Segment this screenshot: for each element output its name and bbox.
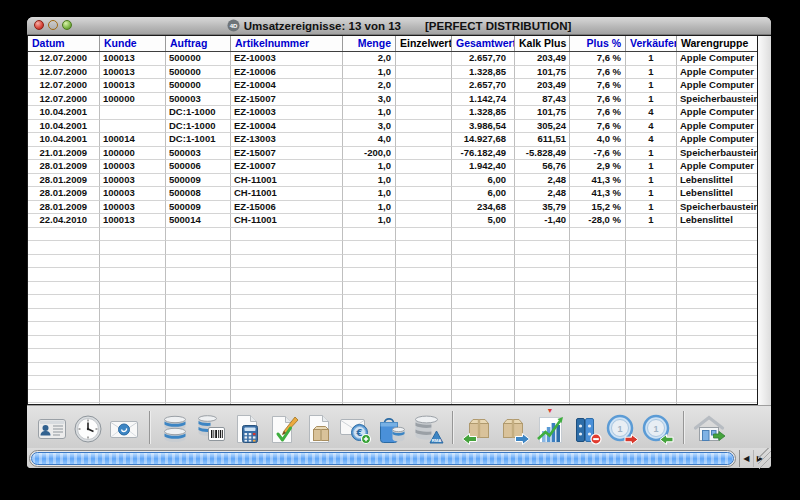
cell-kalk-plus: 101,75	[515, 106, 570, 120]
cell-artikelnummer	[231, 349, 343, 363]
table-row-empty[interactable]	[28, 255, 757, 269]
cell-datum: 28.01.2009	[28, 160, 100, 174]
database-rma-icon[interactable]: RMA	[409, 408, 445, 446]
minimize-button[interactable]	[48, 20, 58, 30]
table-row-empty[interactable]	[28, 349, 757, 363]
cell-verkaeufer	[626, 376, 677, 390]
clock-icon[interactable]	[70, 408, 106, 446]
database-icon[interactable]	[157, 408, 193, 446]
table-row-5[interactable]: 10.04.2001DC:1-1000EZ-100031,01.328,8510…	[28, 106, 757, 120]
column-header-plus-prozent[interactable]: Plus %	[570, 36, 626, 51]
cell-einzelwert	[396, 79, 452, 93]
column-header-datum[interactable]: Datum	[28, 36, 100, 51]
coin-arrow-out-icon[interactable]: 1	[604, 408, 640, 446]
table-row-empty[interactable]	[28, 390, 757, 404]
cell-menge: 1,0	[343, 106, 396, 120]
table-row-9[interactable]: 28.01.2009100003500006EZ-100071,01.942,4…	[28, 160, 757, 174]
cell-plus-prozent	[570, 349, 626, 363]
cell-menge	[343, 268, 396, 282]
table-row-4[interactable]: 12.07.2000100000500003EZ-150073,01.142,7…	[28, 93, 757, 107]
table-row-empty[interactable]	[28, 295, 757, 309]
box-arrow-in-icon[interactable]	[460, 408, 496, 446]
table-row-empty[interactable]	[28, 376, 757, 390]
table-row-3[interactable]: 12.07.2000100013500000EZ-100042,02.657,7…	[28, 79, 757, 93]
cell-artikelnummer	[231, 255, 343, 269]
titlebar[interactable]: 4D Umsatzereignisse: 13 von 13 [PERFECT …	[27, 17, 771, 35]
document-calculator-icon[interactable]	[229, 408, 265, 446]
cell-gesamtwert	[452, 241, 515, 255]
table-row-10[interactable]: 28.01.2009100003500009CH-110011,06,002,4…	[28, 174, 757, 188]
cell-kunde	[100, 363, 166, 377]
cell-einzelwert	[396, 255, 452, 269]
document-pencil-icon[interactable]	[265, 408, 301, 446]
column-header-einzelwert[interactable]: Einzelwert	[396, 36, 452, 51]
coin-arrow-in-icon[interactable]: 1	[640, 408, 676, 446]
bag-database-icon[interactable]	[373, 408, 409, 446]
column-header-artikelnummer[interactable]: Artikelnummer	[231, 36, 343, 51]
cell-gesamtwert: 2.657,70	[452, 79, 515, 93]
contact-card-icon[interactable]	[34, 408, 70, 446]
table-row-1[interactable]: 12.07.2000100013500000EZ-100032,02.657,7…	[28, 52, 757, 66]
cell-artikelnummer: EZ-15007	[231, 147, 343, 161]
cell-verkaeufer: 1	[626, 160, 677, 174]
table-row-12[interactable]: 28.01.2009100003500009EZ-150061,0234,683…	[28, 201, 757, 215]
table-row-11[interactable]: 28.01.2009100003500008CH-110011,06,002,4…	[28, 187, 757, 201]
cell-artikelnummer: EZ-10007	[231, 160, 343, 174]
box-arrow-out-icon[interactable]	[496, 408, 532, 446]
column-header-verkaeufer[interactable]: Verkäufer	[626, 36, 677, 51]
vertical-scrollbar[interactable]	[758, 35, 771, 405]
cell-plus-prozent: 7,6 %	[570, 79, 626, 93]
cell-warengruppe: Speicherbaustein	[677, 93, 757, 107]
mail-euro-icon[interactable]: €	[337, 408, 373, 446]
column-header-auftrag[interactable]: Auftrag	[166, 36, 231, 51]
table-row-13[interactable]: 22.04.2010100013500014CH-110011,05,00-1,…	[28, 214, 757, 228]
cell-artikelnummer: CH-11001	[231, 174, 343, 188]
scroll-left-arrow-icon[interactable]: ◀	[740, 450, 754, 467]
cell-plus-prozent: -7,6 %	[570, 147, 626, 161]
column-header-gesamtwert[interactable]: Gesamtwert	[452, 36, 515, 51]
table-row-empty[interactable]	[28, 322, 757, 336]
column-header-warengruppe[interactable]: Warengruppe	[677, 36, 757, 51]
cell-gesamtwert: 1.328,85	[452, 106, 515, 120]
table-row-6[interactable]: 10.04.2001DC:1-1000EZ-100043,03.986,5430…	[28, 120, 757, 134]
close-button[interactable]	[34, 20, 44, 30]
resize-grip[interactable]	[758, 448, 771, 469]
cell-warengruppe: Apple Computer	[677, 66, 757, 80]
cell-menge: 1,0	[343, 214, 396, 228]
cell-kalk-plus	[515, 282, 570, 296]
cell-kalk-plus	[515, 255, 570, 269]
cell-datum	[28, 241, 100, 255]
cell-plus-prozent	[570, 390, 626, 404]
table-row-7[interactable]: 10.04.2001100014DC:1-1001EZ-130034,014.9…	[28, 133, 757, 147]
binders-minus-icon[interactable]	[568, 408, 604, 446]
mail-icon[interactable]	[106, 408, 142, 446]
table-row-empty[interactable]	[28, 228, 757, 242]
table-row-8[interactable]: 21.01.2009100000500003EZ-15007-200,0-76.…	[28, 147, 757, 161]
cell-menge	[343, 228, 396, 242]
document-package-icon[interactable]	[301, 408, 337, 446]
table-row-empty[interactable]	[28, 282, 757, 296]
cell-plus-prozent	[570, 363, 626, 377]
cell-menge	[343, 376, 396, 390]
cell-menge	[343, 322, 396, 336]
cell-kalk-plus	[515, 349, 570, 363]
home-icon[interactable]	[691, 408, 727, 446]
table-row-empty[interactable]	[28, 403, 757, 404]
chart-trend-icon[interactable]: ▼	[532, 408, 568, 446]
column-header-menge[interactable]: Menge	[343, 36, 396, 51]
column-header-kunde[interactable]: Kunde	[100, 36, 166, 51]
table-row-empty[interactable]	[28, 363, 757, 377]
table-row-2[interactable]: 12.07.2000100013500000EZ-100061,01.328,8…	[28, 66, 757, 80]
cell-gesamtwert: 1.942,40	[452, 160, 515, 174]
zoom-button[interactable]	[62, 20, 72, 30]
cell-menge: 2,0	[343, 52, 396, 66]
table-row-empty[interactable]	[28, 309, 757, 323]
column-header-kalk-plus[interactable]: Kalk Plus	[515, 36, 570, 51]
cell-artikelnummer	[231, 268, 343, 282]
table-row-empty[interactable]	[28, 241, 757, 255]
horizontal-scrollbar[interactable]	[29, 450, 736, 467]
database-barcode-icon[interactable]	[193, 408, 229, 446]
horizontal-scrollbar-thumb[interactable]	[31, 452, 734, 465]
table-row-empty[interactable]	[28, 336, 757, 350]
table-row-empty[interactable]	[28, 268, 757, 282]
